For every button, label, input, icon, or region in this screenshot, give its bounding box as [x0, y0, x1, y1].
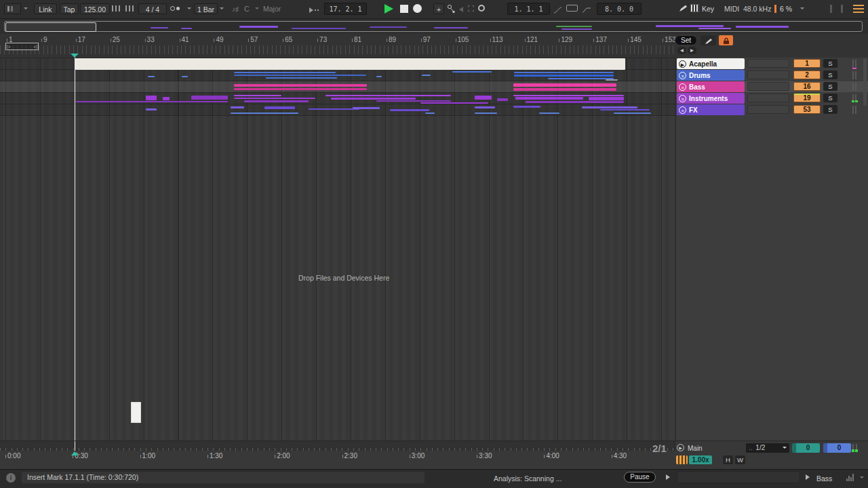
arrangement-overview[interactable] — [4, 21, 863, 32]
play-triangle-icon[interactable] — [666, 474, 670, 480]
punch-curve-icon[interactable] — [582, 5, 591, 16]
loop-start-handle[interactable]: ▷ — [7, 43, 10, 49]
arrangement-clip[interactable] — [234, 84, 367, 87]
track-name-acapella[interactable]: ▶Acapella — [677, 58, 745, 69]
track-number-box[interactable]: 53 — [793, 105, 821, 114]
ruler-bar-label[interactable]: 113 — [490, 36, 503, 43]
track-io-box[interactable] — [747, 59, 789, 68]
nudge-down-icon[interactable] — [112, 5, 121, 12]
arrangement-clip[interactable] — [146, 108, 157, 110]
arrangement-clip[interactable] — [606, 79, 618, 81]
arrangement-clip[interactable] — [182, 76, 188, 77]
track-io-box[interactable] — [747, 70, 789, 79]
beat-time-ruler[interactable]: 1917253341495765738189971051131211291371… — [0, 34, 868, 58]
selection-box-icon[interactable] — [468, 5, 474, 12]
ruler-bar-label[interactable]: 153 — [663, 36, 676, 43]
track-row-instruments[interactable]: ≡Instruments19S — [676, 93, 868, 104]
arrangement-clip[interactable] — [331, 98, 416, 100]
arrangement-clip[interactable] — [497, 98, 508, 101]
arrangement-loop-icon[interactable] — [566, 5, 578, 12]
overview-viewport-box[interactable] — [5, 22, 96, 32]
group-menu-icon[interactable]: ≡ — [679, 95, 686, 102]
track-row-acapella[interactable]: ▶Acapella1S — [676, 58, 868, 69]
arrangement-clip[interactable] — [425, 113, 435, 114]
fade-curve-icon[interactable] — [553, 5, 562, 16]
time-ruler-label[interactable]: 2:00 — [275, 452, 290, 460]
chevron-down-icon[interactable] — [220, 7, 224, 12]
arrangement-clip[interactable] — [75, 58, 625, 70]
arrangement-clip[interactable] — [309, 108, 359, 110]
track-number-box[interactable]: 16 — [793, 82, 821, 91]
arrangement-clip[interactable] — [548, 78, 614, 79]
chevron-down-icon[interactable] — [860, 476, 864, 481]
ruler-bar-label[interactable]: 9 — [41, 36, 47, 43]
master-track-name[interactable]: Main — [688, 445, 703, 452]
track-row-fx[interactable]: ≡FX53S — [676, 104, 868, 115]
arrangement-clip[interactable] — [148, 76, 155, 77]
time-ruler-label[interactable]: 4:30 — [612, 452, 627, 460]
back-arrow-button[interactable]: ◄ — [677, 47, 686, 54]
arrangement-clip[interactable] — [475, 113, 497, 114]
arrangement-clip[interactable] — [376, 76, 382, 77]
ruler-bar-label[interactable]: 73 — [317, 36, 327, 43]
stop-button[interactable] — [400, 5, 408, 13]
loop-switch-icon[interactable] — [478, 5, 485, 12]
time-ruler-label[interactable]: 1:00 — [140, 452, 155, 460]
ruler-bar-label[interactable]: 121 — [525, 36, 538, 43]
ruler-bar-label[interactable]: 41 — [180, 36, 189, 43]
nudge-up-icon[interactable] — [125, 5, 135, 12]
track-name-fx[interactable]: ≡FX — [677, 104, 745, 115]
master-play-icon[interactable]: ▶ — [677, 444, 684, 451]
group-menu-icon[interactable]: ≡ — [679, 83, 686, 91]
arrangement-clip[interactable] — [539, 113, 559, 114]
computer-midi-keyboard-icon[interactable] — [690, 4, 699, 12]
ruler-bar-label[interactable]: 89 — [387, 36, 396, 43]
arrangement-clip[interactable] — [452, 71, 492, 73]
arrangement-area[interactable]: Drop Files and Devices Here — [0, 58, 675, 441]
track-name-drums[interactable]: ≡Drums — [677, 70, 745, 81]
arrangement-clip[interactable] — [422, 75, 431, 76]
arrangement-clip[interactable] — [614, 113, 651, 114]
zoom-width-button[interactable]: W — [735, 455, 745, 464]
arrangement-clip[interactable] — [231, 113, 298, 114]
lock-envelopes-button[interactable] — [719, 35, 733, 45]
solo-button[interactable]: S — [823, 82, 837, 91]
track-row-bass[interactable]: ≡Bass16S — [676, 81, 868, 92]
arrangement-clip[interactable] — [513, 88, 616, 91]
midi-overdub-icon[interactable] — [447, 4, 456, 15]
time-ruler-label[interactable]: 1:30 — [208, 452, 222, 460]
time-ruler-label[interactable]: 4:00 — [544, 452, 559, 460]
time-ruler-label[interactable]: 3:30 — [477, 452, 492, 460]
arrangement-clip[interactable] — [420, 102, 488, 104]
track-number-box[interactable]: 19 — [793, 94, 821, 102]
midi-keyboard-toggle-icon[interactable] — [676, 455, 688, 464]
arrangement-clip[interactable] — [513, 83, 616, 87]
play-button[interactable] — [384, 4, 393, 14]
arrangement-clip[interactable] — [326, 95, 451, 96]
arrangement-clip[interactable] — [514, 72, 614, 73]
arrangement-clip[interactable] — [589, 97, 624, 100]
arrangement-clip[interactable] — [234, 88, 367, 90]
level-meter-icon[interactable] — [846, 473, 857, 481]
arrangement-clip[interactable] — [191, 96, 228, 100]
vertical-scrollbar[interactable] — [863, 58, 867, 106]
arrangement-clip[interactable] — [163, 97, 170, 100]
metronome-icon[interactable] — [170, 3, 185, 14]
solo-button[interactable]: S — [823, 59, 837, 68]
solo-button[interactable]: S — [823, 105, 837, 114]
zoom-level-display[interactable]: 1.00x — [689, 455, 712, 464]
quantization-menu[interactable]: 1 Bar — [194, 3, 218, 14]
link-button[interactable]: Link — [34, 3, 57, 14]
track-name-instruments[interactable]: ≡Instruments — [677, 93, 745, 104]
record-button[interactable] — [413, 4, 422, 13]
preferences-menu-icon[interactable] — [853, 5, 864, 13]
ruler-bar-label[interactable]: 25 — [111, 36, 120, 43]
info-icon[interactable]: i — [6, 473, 16, 483]
arrangement-clip[interactable] — [526, 101, 624, 103]
chevron-down-icon[interactable] — [24, 7, 28, 12]
master-meter-right[interactable]: 0 — [823, 443, 851, 453]
arrangement-clip[interactable] — [234, 98, 315, 99]
time-ruler-label[interactable]: 2:30 — [342, 452, 357, 460]
arrangement-clip[interactable] — [475, 96, 492, 100]
solo-button[interactable]: S — [823, 94, 837, 102]
